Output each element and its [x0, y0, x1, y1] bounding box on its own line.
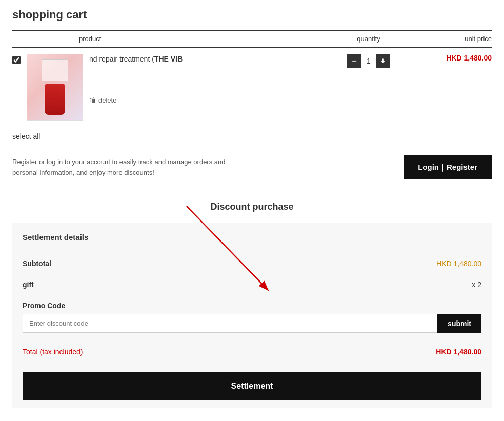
product-image: [27, 54, 83, 121]
login-text: Register or log in to your account to ea…: [12, 157, 226, 178]
cart-table: product quantity unit price nd repair tr…: [12, 30, 492, 146]
page-title: shopping cart: [12, 8, 492, 22]
settlement-button[interactable]: Settlement: [23, 372, 481, 400]
subtotal-label: Subtotal: [23, 259, 51, 268]
settlement-box: Settlement details Subtotal HKD 1,480.00…: [12, 223, 492, 408]
col-quantity-header: quantity: [328, 30, 410, 47]
subtotal-row: Subtotal HKD 1,480.00: [23, 253, 481, 274]
promo-label: Promo Code: [23, 302, 481, 310]
trash-icon: 🗑: [89, 96, 96, 104]
col-price-header: unit price: [410, 30, 492, 47]
settlement-btn-wrapper: Settlement: [23, 364, 481, 408]
arrow-container: submit: [23, 314, 481, 333]
total-row: Total (tax included) HKD 1,480.00: [23, 339, 481, 364]
quantity-increase-button[interactable]: +: [376, 54, 390, 68]
promo-code-input[interactable]: [23, 314, 437, 333]
total-label: Total (tax included): [23, 348, 83, 356]
product-name: nd repair treatment (THE VIB: [89, 55, 183, 63]
gift-value: x 2: [472, 280, 481, 289]
promo-row: Promo Code submit: [23, 295, 481, 339]
quantity-control: − 1 +: [347, 54, 390, 68]
gift-row: gift x 2: [23, 274, 481, 295]
quantity-cell: − 1 +: [328, 47, 410, 127]
gift-label: gift: [23, 280, 34, 289]
subtotal-value: HKD 1,480.00: [436, 259, 481, 268]
table-row: nd repair treatment (THE VIB 🗑 delete − …: [12, 47, 492, 127]
discount-title: Discount purchase: [12, 202, 492, 212]
promo-input-group: submit: [23, 314, 481, 333]
select-all-label[interactable]: select all: [12, 132, 40, 141]
col-product-header: product: [12, 30, 328, 47]
promo-submit-button[interactable]: submit: [437, 314, 481, 333]
settlement-title: Settlement details: [23, 233, 481, 247]
quantity-value: 1: [361, 54, 376, 68]
price-cell: HKD 1,480.00: [410, 47, 492, 127]
login-banner: Register or log in to your account to ea…: [12, 146, 492, 189]
login-register-button[interactable]: Login｜Register: [404, 155, 492, 179]
delete-button[interactable]: 🗑 delete: [89, 96, 183, 104]
discount-section: Discount purchase Settlement details Sub…: [12, 202, 492, 408]
quantity-decrease-button[interactable]: −: [348, 54, 361, 68]
product-checkbox[interactable]: [12, 56, 21, 64]
total-value: HKD 1,480.00: [436, 348, 481, 356]
select-all-row: select all: [12, 127, 492, 146]
